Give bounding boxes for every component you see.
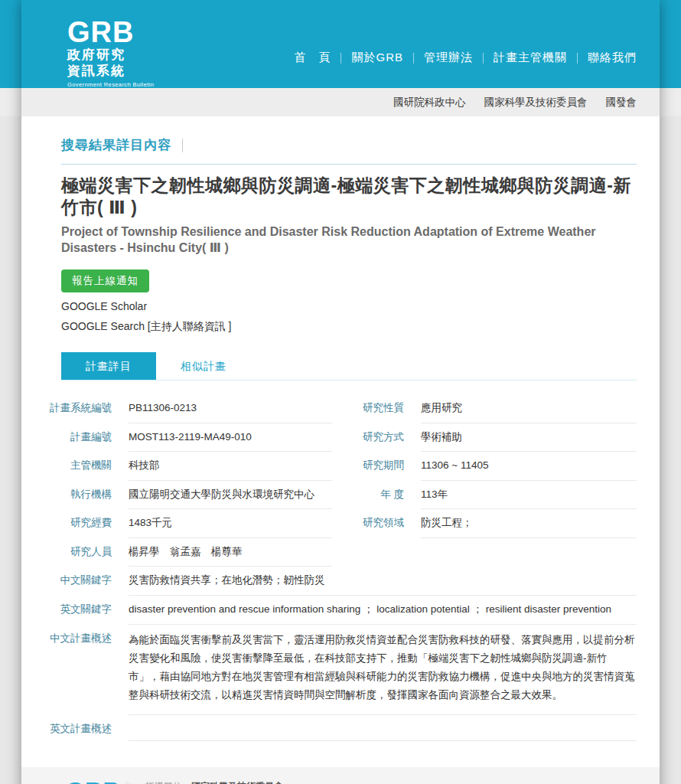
- heading-divider: [182, 139, 183, 152]
- google-scholar-link[interactable]: GOOGLE Scholar: [61, 300, 147, 312]
- google-search-link[interactable]: GOOGLE Search [主持人聯絡資訊 ]: [61, 320, 232, 334]
- page-title: 搜尋結果詳目內容: [61, 136, 171, 154]
- field-label: 計畫系統編號: [44, 400, 112, 423]
- field-value: PB11306-0213: [129, 400, 332, 423]
- field-value: 學術補助: [421, 430, 637, 452]
- field-row-research-period: 研究期間 11306 ~ 11405: [349, 452, 637, 481]
- tab-project-detail[interactable]: 計畫詳目: [61, 352, 156, 380]
- project-title-en: Project of Township Resilience and Disas…: [61, 224, 637, 256]
- page-heading: 搜尋結果詳目內容: [61, 136, 637, 154]
- field-label: 英文計畫概述: [44, 721, 112, 741]
- footer-supervisor-line: 指導單位：國家科學及技術委員會: [145, 779, 571, 784]
- fields-right-column: 研究性質 應用研究 研究方式 學術補助 研究期間 11306 ~ 11405 年…: [349, 394, 637, 538]
- nav-separator: [577, 53, 578, 64]
- subnav-ndc[interactable]: 國發會: [606, 96, 637, 109]
- grb-logo[interactable]: GRB 政府研究 資訊系統 Government Research Bullet…: [67, 18, 213, 88]
- footer-info: 指導單位：國家科學及技術委員會 執行單位：財團法人國家實驗研究院科技政策研究與資…: [145, 779, 571, 784]
- field-value: disaster prevention and rescue informati…: [129, 602, 637, 625]
- field-label: 中文關鍵字: [44, 573, 112, 596]
- field-row-system-id: 計畫系統編號 PB11306-0213: [44, 394, 332, 423]
- nav-regulations[interactable]: 管理辦法: [424, 51, 473, 65]
- field-row-research-method: 研究方式 學術補助: [349, 423, 637, 452]
- field-value: 國立陽明交通大學防災與水環境研究中心: [129, 487, 332, 510]
- heading-rule: [61, 164, 637, 165]
- field-row-funding: 研究經費 1483千元: [44, 509, 332, 538]
- field-label: 計畫編號: [44, 430, 112, 452]
- field-label: 研究性質: [349, 400, 404, 423]
- field-value: 楊昇學 翁孟嘉 楊尊華: [129, 544, 332, 567]
- logo-acronym: GRB: [67, 18, 213, 46]
- field-row-project-no: 計畫編號 MOST113-2119-MA49-010: [44, 423, 332, 452]
- logo-line2: 資訊系統: [67, 64, 213, 78]
- field-label: 中文計畫概述: [44, 631, 112, 715]
- field-label: 執行機構: [44, 487, 112, 510]
- field-row-authority: 主管機關 科技部: [44, 452, 332, 481]
- field-value: MOST113-2119-MA49-010: [129, 430, 332, 452]
- field-row-research-nature: 研究性質 應用研究: [349, 394, 637, 423]
- nav-separator: [340, 53, 341, 64]
- footer-grb-logo[interactable]: GRB 政府研究 資訊系統 Government Research Bullet…: [66, 779, 121, 784]
- footer-logo-acronym: GRB: [66, 779, 121, 784]
- nav-about-grb[interactable]: 關於GRB: [351, 51, 403, 65]
- main-content: 搜尋結果詳目內容 極端災害下之韌性城鄉與防災調適-極端災害下之韌性城鄉與防災調適…: [21, 116, 660, 767]
- nav-authorities[interactable]: 計畫主管機關: [494, 51, 567, 65]
- nav-home[interactable]: 首 頁: [294, 51, 331, 65]
- field-label: 英文關鍵字: [44, 602, 112, 625]
- field-row-keywords-en: 英文關鍵字 disaster prevention and rescue inf…: [44, 596, 637, 625]
- logo-line1: 政府研究: [67, 48, 213, 62]
- project-title-zh: 極端災害下之韌性城鄉與防災調適-極端災害下之韌性城鄉與防災調適-新竹市( Ⅲ ): [61, 175, 637, 220]
- field-label: 研究領域: [349, 515, 404, 538]
- field-value: 應用研究: [421, 400, 637, 423]
- nav-separator: [413, 53, 414, 64]
- nav-contact[interactable]: 聯絡我們: [588, 51, 637, 65]
- field-row-institution: 執行機構 國立陽明交通大學防災與水環境研究中心: [44, 481, 332, 510]
- field-value: [129, 721, 637, 741]
- field-value: 1483千元: [129, 515, 332, 538]
- field-row-researchers: 研究人員 楊昇學 翁孟嘉 楊尊華: [44, 538, 332, 567]
- main-nav: 首 頁 關於GRB 管理辦法 計畫主管機關 聯絡我們: [294, 51, 637, 65]
- field-value: 11306 ~ 11405: [421, 458, 637, 481]
- field-row-year: 年 度 113年: [349, 481, 637, 510]
- field-row-keywords-zh: 中文關鍵字 災害防救情資共享；在地化潛勢；韌性防災: [44, 567, 637, 596]
- field-label: 研究方式: [349, 430, 404, 452]
- subnav-nstc[interactable]: 國家科學及技術委員會: [484, 96, 588, 109]
- subnav-stpi[interactable]: 國研院科政中心: [393, 96, 466, 109]
- field-value: 防災工程；: [421, 515, 637, 538]
- field-label: 年 度: [349, 487, 404, 510]
- field-value: 113年: [421, 487, 637, 510]
- logo-subtitle: Government Research Bulletin: [67, 81, 213, 88]
- field-label: 研究經費: [44, 515, 112, 538]
- field-label: 研究人員: [44, 544, 112, 567]
- tab-bar: 計畫詳目 相似計畫: [61, 352, 637, 381]
- page-container: GRB 政府研究 資訊系統 Government Research Bullet…: [21, 0, 660, 784]
- report-online-notify-button[interactable]: 報告上線通知: [61, 270, 149, 292]
- project-fields: 計畫系統編號 PB11306-0213 計畫編號 MOST113-2119-MA…: [44, 394, 637, 741]
- field-row-abstract-zh: 中文計畫概述 為能於面臨災害衝擊前及災害當下，靈活運用防救災情資並配合災害防救科…: [44, 625, 637, 715]
- subnav: 國研院科政中心 國家科學及技術委員會 國發會: [21, 88, 660, 116]
- field-value: 災害防救情資共享；在地化潛勢；韌性防災: [129, 573, 637, 596]
- field-label: 主管機關: [44, 458, 112, 481]
- field-value: 科技部: [129, 458, 332, 481]
- nav-separator: [483, 53, 484, 64]
- site-footer: GRB 政府研究 資訊系統 Government Research Bullet…: [21, 767, 660, 784]
- fields-left-column: 計畫系統編號 PB11306-0213 計畫編號 MOST113-2119-MA…: [44, 394, 332, 567]
- site-header: GRB 政府研究 資訊系統 Government Research Bullet…: [21, 0, 660, 88]
- footer-value: 國家科學及技術委員會: [191, 781, 283, 784]
- footer-label: 指導單位：: [145, 781, 191, 784]
- field-row-abstract-en: 英文計畫概述: [44, 715, 637, 741]
- field-label: 研究期間: [349, 458, 404, 481]
- field-value: 為能於面臨災害衝擊前及災害當下，靈活運用防救災情資並配合災害防救科技的研發、落實…: [129, 631, 637, 715]
- tab-similar-projects[interactable]: 相似計畫: [156, 352, 251, 380]
- field-row-research-field: 研究領域 防災工程；: [349, 509, 637, 538]
